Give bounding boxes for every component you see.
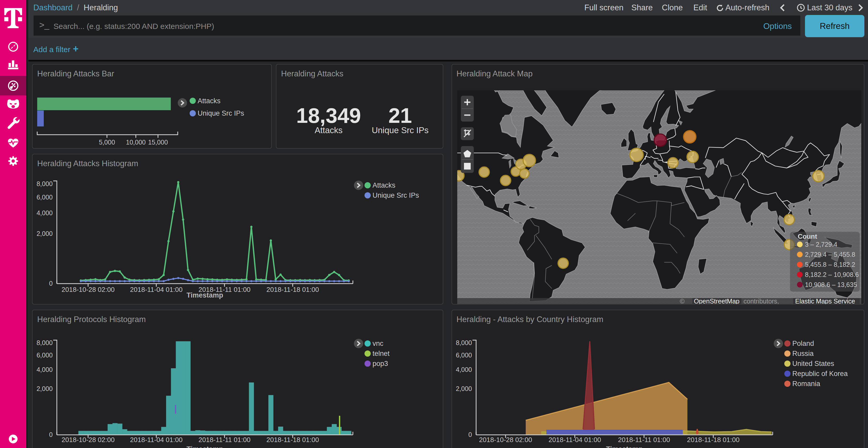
svg-text:8,000: 8,000 xyxy=(456,339,472,346)
svg-text:Unique Src IPs: Unique Src IPs xyxy=(373,191,419,199)
svg-text:5,455.8 – 8,182.2: 5,455.8 – 8,182.2 xyxy=(805,261,855,268)
svg-text:2018-11-04 01:00: 2018-11-04 01:00 xyxy=(130,285,182,293)
svg-text:2018-11-04 01:00: 2018-11-04 01:00 xyxy=(548,436,601,443)
svg-text:0: 0 xyxy=(468,431,472,438)
svg-text:2018-11-11 01:00: 2018-11-11 01:00 xyxy=(198,436,250,443)
svg-text:OpenStreetMap: OpenStreetMap xyxy=(694,297,740,304)
svg-text:4,000: 4,000 xyxy=(36,209,53,216)
svg-text:Timestamp: Timestamp xyxy=(606,445,643,448)
svg-text:2018-11-18 01:00: 2018-11-18 01:00 xyxy=(687,436,739,443)
svg-text:Attacks: Attacks xyxy=(197,97,221,105)
svg-text:2,000: 2,000 xyxy=(36,230,53,237)
svg-text:Romania: Romania xyxy=(792,380,820,387)
svg-text:2018-10-28 02:00: 2018-10-28 02:00 xyxy=(61,436,115,443)
svg-text:2,000: 2,000 xyxy=(36,385,53,392)
svg-text:©: © xyxy=(680,297,685,304)
svg-text:Russia: Russia xyxy=(792,349,814,357)
svg-text:Republic of Korea: Republic of Korea xyxy=(792,370,848,377)
svg-text:contributors,: contributors, xyxy=(743,297,779,304)
svg-text:8,182.2 – 10,908.6: 8,182.2 – 10,908.6 xyxy=(805,271,859,278)
svg-text:telnet: telnet xyxy=(373,349,390,357)
svg-text:United States: United States xyxy=(792,359,834,367)
svg-text:6,000: 6,000 xyxy=(36,351,53,358)
svg-text:6,000: 6,000 xyxy=(36,193,53,201)
svg-text:3 – 2,729.4: 3 – 2,729.4 xyxy=(805,241,837,248)
svg-text:4,000: 4,000 xyxy=(456,366,472,373)
svg-text:2,729.4 – 5,455.8: 2,729.4 – 5,455.8 xyxy=(805,250,855,258)
svg-text:6,000: 6,000 xyxy=(456,351,472,358)
svg-text:Elastic Maps Service: Elastic Maps Service xyxy=(795,297,855,304)
svg-text:2018-11-18 01:00: 2018-11-18 01:00 xyxy=(266,285,319,293)
svg-text:Unique Src IPs: Unique Src IPs xyxy=(197,109,244,117)
svg-text:4,000: 4,000 xyxy=(36,366,53,373)
svg-text:2018-11-04 01:00: 2018-11-04 01:00 xyxy=(130,436,182,443)
svg-text:pop3: pop3 xyxy=(373,359,388,367)
svg-text:8,000: 8,000 xyxy=(36,339,53,346)
svg-text:15,000: 15,000 xyxy=(148,138,168,145)
svg-text:8,000: 8,000 xyxy=(36,180,53,187)
svg-text:0: 0 xyxy=(49,431,53,438)
svg-text:0: 0 xyxy=(49,279,53,287)
svg-text:vnc: vnc xyxy=(373,339,383,347)
svg-text:2018-10-28 02:00: 2018-10-28 02:00 xyxy=(479,436,532,443)
svg-text:2018-11-11 01:00: 2018-11-11 01:00 xyxy=(618,436,670,443)
svg-text:2018-10-28 02:00: 2018-10-28 02:00 xyxy=(61,285,115,293)
svg-text:2,000: 2,000 xyxy=(456,385,472,392)
svg-text:2018-11-18 01:00: 2018-11-18 01:00 xyxy=(266,436,319,443)
svg-text:10,000: 10,000 xyxy=(126,138,146,145)
svg-text:Poland: Poland xyxy=(792,339,814,347)
svg-text:Timestamp: Timestamp xyxy=(187,445,223,448)
svg-text:5,000: 5,000 xyxy=(99,138,115,145)
svg-text:Attacks: Attacks xyxy=(373,181,396,189)
svg-text:Timestamp: Timestamp xyxy=(187,291,223,299)
svg-text:10,908.6 – 13,635: 10,908.6 – 13,635 xyxy=(805,281,857,288)
svg-text:Count: Count xyxy=(798,232,817,240)
